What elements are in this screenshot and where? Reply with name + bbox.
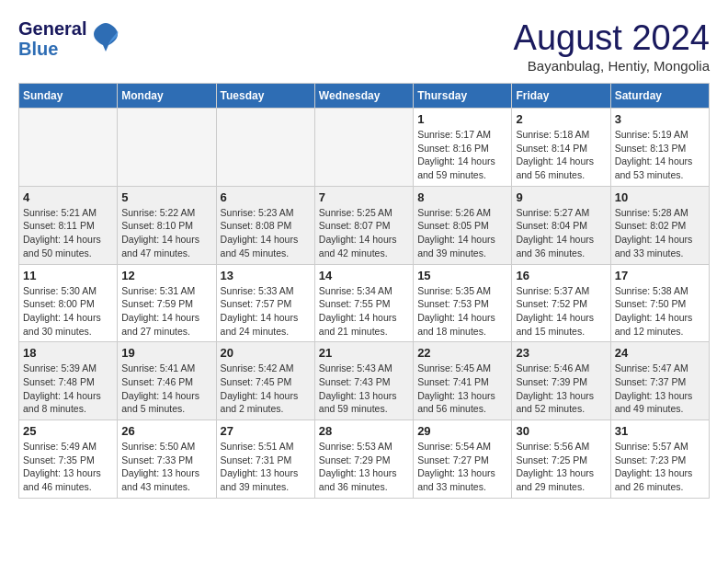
- calendar-cell: 21Sunrise: 5:43 AM Sunset: 7:43 PM Dayli…: [314, 342, 413, 420]
- calendar-cell: 18Sunrise: 5:39 AM Sunset: 7:48 PM Dayli…: [19, 342, 118, 420]
- calendar-week-row: 11Sunrise: 5:30 AM Sunset: 8:00 PM Dayli…: [19, 264, 710, 342]
- calendar-cell: 16Sunrise: 5:37 AM Sunset: 7:52 PM Dayli…: [512, 264, 610, 342]
- calendar-cell: 22Sunrise: 5:45 AM Sunset: 7:41 PM Dayli…: [414, 342, 512, 420]
- calendar-cell: 17Sunrise: 5:38 AM Sunset: 7:50 PM Dayli…: [610, 264, 709, 342]
- logo-general: General: [18, 18, 86, 39]
- calendar-week-row: 25Sunrise: 5:49 AM Sunset: 7:35 PM Dayli…: [19, 420, 710, 499]
- day-number: 13: [221, 269, 311, 282]
- day-number: 4: [23, 190, 113, 204]
- day-info: Sunrise: 5:49 AM Sunset: 7:35 PM Dayligh…: [23, 440, 113, 494]
- calendar-cell: 6Sunrise: 5:23 AM Sunset: 8:08 PM Daylig…: [216, 186, 314, 264]
- day-info: Sunrise: 5:38 AM Sunset: 7:50 PM Dayligh…: [615, 284, 705, 339]
- calendar-week-row: 4Sunrise: 5:21 AM Sunset: 8:11 PM Daylig…: [19, 186, 710, 264]
- day-number: 18: [23, 346, 113, 360]
- day-info: Sunrise: 5:53 AM Sunset: 7:29 PM Dayligh…: [319, 440, 409, 494]
- day-number: 29: [417, 424, 507, 438]
- day-info: Sunrise: 5:21 AM Sunset: 8:11 PM Dayligh…: [23, 206, 113, 260]
- calendar-cell: 4Sunrise: 5:21 AM Sunset: 8:11 PM Daylig…: [19, 186, 118, 264]
- calendar-cell: 31Sunrise: 5:57 AM Sunset: 7:23 PM Dayli…: [610, 420, 709, 499]
- calendar-cell: 23Sunrise: 5:46 AM Sunset: 7:39 PM Dayli…: [512, 342, 610, 420]
- calendar-cell: 14Sunrise: 5:34 AM Sunset: 7:55 PM Dayli…: [314, 264, 413, 342]
- day-info: Sunrise: 5:37 AM Sunset: 7:52 PM Dayligh…: [516, 284, 606, 339]
- day-number: 22: [417, 346, 507, 360]
- calendar-cell: 20Sunrise: 5:42 AM Sunset: 7:45 PM Dayli…: [216, 342, 314, 420]
- calendar-cell: 8Sunrise: 5:26 AM Sunset: 8:05 PM Daylig…: [414, 186, 512, 264]
- day-info: Sunrise: 5:56 AM Sunset: 7:25 PM Dayligh…: [516, 440, 606, 494]
- day-number: 1: [417, 112, 507, 126]
- day-number: 9: [516, 190, 606, 204]
- calendar-cell: 26Sunrise: 5:50 AM Sunset: 7:33 PM Dayli…: [118, 420, 216, 499]
- calendar-cell: 30Sunrise: 5:56 AM Sunset: 7:25 PM Dayli…: [512, 420, 610, 499]
- calendar-cell: [19, 109, 118, 187]
- calendar-table: SundayMondayTuesdayWednesdayThursdayFrid…: [18, 83, 710, 499]
- day-number: 6: [221, 190, 311, 204]
- calendar-cell: 27Sunrise: 5:51 AM Sunset: 7:31 PM Dayli…: [216, 420, 314, 499]
- day-info: Sunrise: 5:51 AM Sunset: 7:31 PM Dayligh…: [221, 440, 311, 494]
- day-info: Sunrise: 5:19 AM Sunset: 8:13 PM Dayligh…: [615, 128, 705, 182]
- day-number: 16: [516, 269, 606, 282]
- weekday-header-row: SundayMondayTuesdayWednesdayThursdayFrid…: [19, 84, 710, 109]
- day-number: 26: [121, 424, 211, 438]
- calendar-cell: 10Sunrise: 5:28 AM Sunset: 8:02 PM Dayli…: [610, 186, 709, 264]
- day-number: 23: [516, 346, 606, 360]
- day-number: 17: [615, 269, 705, 282]
- logo: General Blue: [18, 18, 119, 59]
- calendar-title: August 2024: [514, 18, 710, 58]
- day-info: Sunrise: 5:45 AM Sunset: 7:41 PM Dayligh…: [417, 362, 507, 416]
- calendar-cell: 25Sunrise: 5:49 AM Sunset: 7:35 PM Dayli…: [19, 420, 118, 499]
- weekday-header-thursday: Thursday: [414, 84, 512, 109]
- calendar-cell: 9Sunrise: 5:27 AM Sunset: 8:04 PM Daylig…: [512, 186, 610, 264]
- calendar-cell: [118, 109, 216, 187]
- calendar-cell: [216, 109, 314, 187]
- calendar-cell: 11Sunrise: 5:30 AM Sunset: 8:00 PM Dayli…: [19, 264, 118, 342]
- day-number: 8: [417, 190, 507, 204]
- day-number: 2: [516, 112, 606, 126]
- calendar-cell: 24Sunrise: 5:47 AM Sunset: 7:37 PM Dayli…: [610, 342, 709, 420]
- calendar-subtitle: Bayanbulag, Hentiy, Mongolia: [514, 58, 710, 74]
- day-info: Sunrise: 5:42 AM Sunset: 7:45 PM Dayligh…: [221, 362, 311, 416]
- day-info: Sunrise: 5:46 AM Sunset: 7:39 PM Dayligh…: [516, 362, 606, 416]
- day-number: 12: [121, 269, 211, 282]
- weekday-header-monday: Monday: [118, 84, 216, 109]
- day-number: 27: [221, 424, 311, 438]
- day-info: Sunrise: 5:50 AM Sunset: 7:33 PM Dayligh…: [121, 440, 211, 494]
- calendar-cell: 28Sunrise: 5:53 AM Sunset: 7:29 PM Dayli…: [314, 420, 413, 499]
- day-number: 10: [615, 190, 705, 204]
- day-info: Sunrise: 5:27 AM Sunset: 8:04 PM Dayligh…: [516, 206, 606, 260]
- day-info: Sunrise: 5:41 AM Sunset: 7:46 PM Dayligh…: [121, 362, 211, 416]
- day-info: Sunrise: 5:54 AM Sunset: 7:27 PM Dayligh…: [417, 440, 507, 494]
- day-info: Sunrise: 5:26 AM Sunset: 8:05 PM Dayligh…: [417, 206, 507, 260]
- day-number: 5: [121, 190, 211, 204]
- logo-blue: Blue: [18, 39, 86, 59]
- calendar-week-row: 18Sunrise: 5:39 AM Sunset: 7:48 PM Dayli…: [19, 342, 710, 420]
- day-info: Sunrise: 5:18 AM Sunset: 8:14 PM Dayligh…: [516, 128, 606, 182]
- day-info: Sunrise: 5:22 AM Sunset: 8:10 PM Dayligh…: [121, 206, 211, 260]
- day-number: 24: [615, 346, 705, 360]
- day-number: 3: [615, 112, 705, 126]
- calendar-cell: 3Sunrise: 5:19 AM Sunset: 8:13 PM Daylig…: [610, 109, 709, 187]
- calendar-cell: 15Sunrise: 5:35 AM Sunset: 7:53 PM Dayli…: [414, 264, 512, 342]
- title-section: August 2024 Bayanbulag, Hentiy, Mongolia: [514, 18, 710, 74]
- weekday-header-wednesday: Wednesday: [314, 84, 413, 109]
- day-info: Sunrise: 5:30 AM Sunset: 8:00 PM Dayligh…: [23, 284, 113, 339]
- day-info: Sunrise: 5:25 AM Sunset: 8:07 PM Dayligh…: [319, 206, 409, 260]
- day-number: 28: [319, 424, 409, 438]
- day-number: 19: [121, 346, 211, 360]
- calendar-cell: 12Sunrise: 5:31 AM Sunset: 7:59 PM Dayli…: [118, 264, 216, 342]
- day-number: 21: [319, 346, 409, 360]
- calendar-cell: 5Sunrise: 5:22 AM Sunset: 8:10 PM Daylig…: [118, 186, 216, 264]
- day-number: 14: [319, 269, 409, 282]
- calendar-cell: 19Sunrise: 5:41 AM Sunset: 7:46 PM Dayli…: [118, 342, 216, 420]
- calendar-cell: 13Sunrise: 5:33 AM Sunset: 7:57 PM Dayli…: [216, 264, 314, 342]
- day-number: 7: [319, 190, 409, 204]
- calendar-cell: 2Sunrise: 5:18 AM Sunset: 8:14 PM Daylig…: [512, 109, 610, 187]
- day-info: Sunrise: 5:23 AM Sunset: 8:08 PM Dayligh…: [221, 206, 311, 260]
- calendar-cell: 1Sunrise: 5:17 AM Sunset: 8:16 PM Daylig…: [414, 109, 512, 187]
- calendar-cell: 29Sunrise: 5:54 AM Sunset: 7:27 PM Dayli…: [414, 420, 512, 499]
- day-number: 25: [23, 424, 113, 438]
- day-info: Sunrise: 5:47 AM Sunset: 7:37 PM Dayligh…: [615, 362, 705, 416]
- day-info: Sunrise: 5:31 AM Sunset: 7:59 PM Dayligh…: [121, 284, 211, 339]
- day-info: Sunrise: 5:57 AM Sunset: 7:23 PM Dayligh…: [615, 440, 705, 494]
- weekday-header-sunday: Sunday: [19, 84, 118, 109]
- day-info: Sunrise: 5:34 AM Sunset: 7:55 PM Dayligh…: [319, 284, 409, 339]
